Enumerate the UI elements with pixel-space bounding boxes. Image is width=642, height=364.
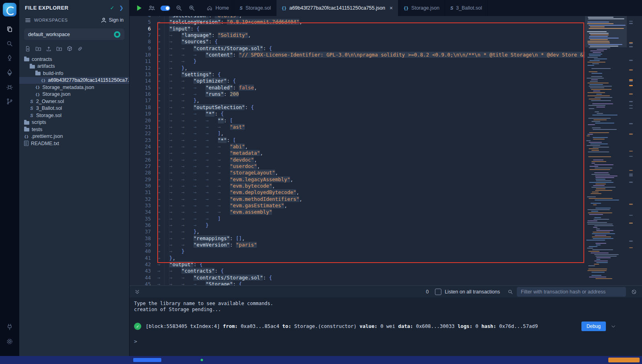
- code-line[interactable]: 41→ },: [129, 255, 585, 261]
- code-line[interactable]: 31→ → → → → → "evm.deployedBytecode",: [129, 189, 585, 196]
- tree-file-row[interactable]: {}a69b43f277ba20fcac141151250ca7...: [19, 77, 129, 84]
- workspace-dropdown[interactable]: default_workspace: [24, 28, 124, 40]
- transaction-filter-input[interactable]: [517, 287, 626, 297]
- line-number[interactable]: 45: [129, 281, 151, 285]
- collaborators-icon[interactable]: [148, 4, 156, 12]
- zoom-out-icon[interactable]: [175, 4, 183, 12]
- tree-folder-row[interactable]: artifacts: [19, 63, 129, 70]
- code-line[interactable]: 45→ → → → "Storage": {: [129, 281, 585, 285]
- line-number[interactable]: 12: [129, 65, 151, 71]
- line-number[interactable]: 26: [129, 157, 151, 163]
- code-line[interactable]: 42→ "output": {: [129, 261, 585, 268]
- git-icon[interactable]: [0, 94, 19, 109]
- editor-tab[interactable]: {}Storage.json: [398, 0, 445, 16]
- check-icon[interactable]: ✓: [110, 5, 114, 11]
- line-number[interactable]: 36: [129, 222, 151, 229]
- code-line[interactable]: 11→ → → }: [129, 58, 585, 65]
- line-number[interactable]: 44: [129, 275, 151, 281]
- tree-file-row[interactable]: {}Storage_metadata.json: [19, 84, 129, 91]
- line-number[interactable]: 40: [129, 248, 151, 255]
- code-line[interactable]: 38→ → → "remappings": [],: [129, 235, 585, 242]
- code-line[interactable]: 37→ → → },: [129, 229, 585, 235]
- code-line[interactable]: 32→ → → → → → "evm.methodIdentifiers",: [129, 196, 585, 202]
- line-number[interactable]: 34: [129, 209, 151, 215]
- line-number[interactable]: 37: [129, 229, 151, 235]
- code-line[interactable]: 36→ → → → }: [129, 222, 585, 229]
- code-line[interactable]: 34→ → → → → → "evm.assembly": [129, 209, 585, 215]
- code-line[interactable]: 5→ "solcLongVersion": "0.8.19+commit.7dd…: [129, 19, 585, 25]
- code-line[interactable]: 44→ → → "contracts/Storage.sol": {: [129, 275, 585, 281]
- line-number[interactable]: 33: [129, 202, 151, 209]
- deploy-run-icon[interactable]: [0, 65, 19, 80]
- line-number[interactable]: 8: [129, 38, 151, 45]
- line-number[interactable]: 43: [129, 268, 151, 274]
- line-number[interactable]: 35: [129, 216, 151, 222]
- code-line[interactable]: 30→ → → → → → "evm.bytecode",: [129, 183, 585, 189]
- line-number[interactable]: 29: [129, 176, 151, 183]
- tree-file-row[interactable]: {}Storage.json: [19, 91, 129, 98]
- code-line[interactable]: 16→ → → → "runs": 200: [129, 91, 585, 97]
- tree-file-row[interactable]: S2_Owner.sol: [19, 98, 129, 105]
- line-number[interactable]: 4: [129, 16, 151, 19]
- code-line[interactable]: 33→ → → → → → "evm.gasEstimates",: [129, 202, 585, 209]
- debugger-icon[interactable]: [0, 80, 19, 94]
- expand-terminal-icon[interactable]: [134, 289, 140, 295]
- line-number[interactable]: 39: [129, 242, 151, 248]
- chevron-right-icon[interactable]: ❯: [119, 5, 124, 11]
- line-number[interactable]: 7: [129, 32, 151, 38]
- line-number[interactable]: 32: [129, 196, 151, 202]
- code-line[interactable]: 7→ → "language": "Solidity",: [129, 32, 585, 38]
- line-number[interactable]: 17: [129, 97, 151, 104]
- line-number[interactable]: 41: [129, 255, 151, 261]
- code-line[interactable]: 22→ → → → → ],: [129, 130, 585, 137]
- code-line[interactable]: 8→ → "sources": {: [129, 38, 585, 45]
- minimap[interactable]: [585, 16, 627, 285]
- tree-file-row[interactable]: SStorage.sol: [19, 112, 129, 119]
- code-line[interactable]: 20→ → → → → "": [: [129, 117, 585, 124]
- ipfs-box-icon[interactable]: [67, 46, 73, 52]
- upload-folder-icon[interactable]: [56, 46, 62, 52]
- sign-in-button[interactable]: Sign in: [101, 17, 124, 23]
- line-number[interactable]: 5: [129, 19, 151, 25]
- line-number[interactable]: 11: [129, 58, 151, 65]
- code-line[interactable]: 43→ → "contracts": {: [129, 268, 585, 274]
- editor-tab[interactable]: Home: [201, 0, 234, 16]
- link-icon[interactable]: [77, 46, 83, 52]
- tree-file-row[interactable]: S3_Ballot.sol: [19, 105, 129, 112]
- code-line[interactable]: 29→ → → → → → "evm.legacyAssembly",: [129, 176, 585, 183]
- tree-folder-row[interactable]: contracts: [19, 56, 129, 63]
- code-line[interactable]: 17→ → → },: [129, 97, 585, 104]
- expand-transaction-icon[interactable]: [610, 324, 616, 330]
- line-number[interactable]: 30: [129, 183, 151, 189]
- run-script-icon[interactable]: [135, 4, 143, 12]
- line-number[interactable]: 22: [129, 130, 151, 137]
- terminal-prompt[interactable]: >: [134, 338, 642, 344]
- code-line[interactable]: 14→ → → "optimizer": {: [129, 78, 585, 84]
- line-number[interactable]: 24: [129, 144, 151, 150]
- code-line[interactable]: 23→ → → → → "*": [: [129, 137, 585, 144]
- line-number[interactable]: 25: [129, 150, 151, 156]
- line-number[interactable]: 10: [129, 52, 151, 58]
- line-number[interactable]: 38: [129, 235, 151, 242]
- editor-tab[interactable]: S3_Ballot.sol: [445, 0, 488, 16]
- line-number[interactable]: 21: [129, 124, 151, 130]
- tree-folder-row[interactable]: build-info: [19, 70, 129, 77]
- code-line[interactable]: 26→ → → → → → "devdoc",: [129, 157, 585, 163]
- tree-file-row[interactable]: {}.prettierrc.json: [19, 133, 129, 140]
- debug-button[interactable]: Debug: [581, 322, 606, 331]
- code-line[interactable]: 24→ → → → → → "abi",: [129, 144, 585, 150]
- line-number[interactable]: 27: [129, 163, 151, 170]
- line-number[interactable]: 42: [129, 261, 151, 268]
- listen-all-checkbox[interactable]: [435, 289, 441, 295]
- line-number[interactable]: 23: [129, 137, 151, 144]
- line-number[interactable]: 14: [129, 78, 151, 84]
- new-folder-icon[interactable]: [35, 46, 41, 52]
- line-number[interactable]: 16: [129, 91, 151, 97]
- tree-folder-row[interactable]: tests: [19, 126, 129, 133]
- code-line[interactable]: 13→ → "settings": {: [129, 71, 585, 78]
- code-line[interactable]: 21→ → → → → → "ast": [129, 124, 585, 130]
- listen-all-label[interactable]: Listen on all transactions: [445, 289, 500, 295]
- line-number[interactable]: 15: [129, 85, 151, 91]
- clear-console-icon[interactable]: [631, 289, 637, 295]
- tree-folder-row[interactable]: scripts: [19, 119, 129, 126]
